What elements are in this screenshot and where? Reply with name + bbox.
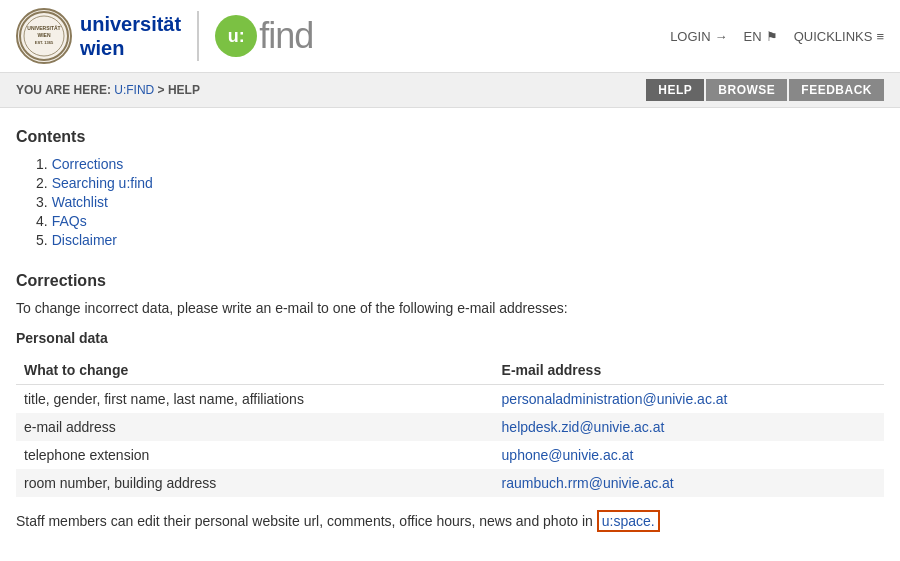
corrections-link[interactable]: Corrections [52, 156, 124, 172]
table-row: telephone extension uphone@univie.ac.at [16, 441, 884, 469]
quicklinks-label: QUICKLINKS [794, 29, 873, 44]
uspace-link[interactable]: u:space. [597, 510, 660, 532]
quicklinks-icon: ≡ [876, 29, 884, 44]
corrections-table: What to change E-mail address title, gen… [16, 356, 884, 497]
footer-text-before: Staff members can edit their personal we… [16, 513, 597, 529]
email-link-cell: helpdesk.zid@univie.ac.at [494, 413, 884, 441]
login-icon: → [715, 29, 728, 44]
main-content: Contents 1.Corrections 2.Searching u:fin… [0, 108, 900, 549]
language-label: EN [744, 29, 762, 44]
faqs-link[interactable]: FAQs [52, 213, 87, 229]
watchlist-link[interactable]: Watchlist [52, 194, 108, 210]
svg-text:UNIVERSITÄT: UNIVERSITÄT [27, 25, 60, 31]
language-link[interactable]: EN ⚑ [744, 29, 778, 44]
login-link[interactable]: LOGIN → [670, 29, 727, 44]
breadcrumb-current: HELP [168, 83, 200, 97]
list-item: 2.Searching u:find [36, 175, 884, 191]
browse-button[interactable]: BROWSE [706, 79, 787, 101]
item-number: 4. [36, 213, 48, 229]
what-to-change: e-mail address [16, 413, 494, 441]
footer-note: Staff members can edit their personal we… [16, 513, 884, 529]
table-row: e-mail address helpdesk.zid@univie.ac.at [16, 413, 884, 441]
language-icon: ⚑ [766, 29, 778, 44]
ufind-text: find [259, 15, 313, 57]
contents-title: Contents [16, 128, 884, 146]
table-row: room number, building address raumbuch.r… [16, 469, 884, 497]
corrections-section-title: Corrections [16, 272, 884, 290]
email-link[interactable]: raumbuch.rrm@univie.ac.at [502, 475, 674, 491]
breadcrumb-separator: > [154, 83, 168, 97]
corrections-intro: To change incorrect data, please write a… [16, 300, 884, 316]
toolbar: YOU ARE HERE: U:FIND > HELP HELP BROWSE … [0, 73, 900, 108]
breadcrumb: YOU ARE HERE: U:FIND > HELP [16, 83, 200, 97]
email-link[interactable]: uphone@univie.ac.at [502, 447, 634, 463]
email-link-cell: uphone@univie.ac.at [494, 441, 884, 469]
svg-text:EST. 1365: EST. 1365 [35, 40, 54, 45]
email-link[interactable]: helpdesk.zid@univie.ac.at [502, 419, 665, 435]
site-header: UNIVERSITÄT WIEN EST. 1365 universität w… [0, 0, 900, 73]
list-item: 1.Corrections [36, 156, 884, 172]
list-item: 4.FAQs [36, 213, 884, 229]
list-item: 5.Disclaimer [36, 232, 884, 248]
table-row: title, gender, first name, last name, af… [16, 385, 884, 414]
searching-link[interactable]: Searching u:find [52, 175, 153, 191]
logo-area: UNIVERSITÄT WIEN EST. 1365 universität w… [16, 8, 313, 64]
what-to-change: title, gender, first name, last name, af… [16, 385, 494, 414]
ufind-logo: u: find [215, 15, 313, 57]
disclaimer-link[interactable]: Disclaimer [52, 232, 117, 248]
university-seal: UNIVERSITÄT WIEN EST. 1365 [16, 8, 72, 64]
help-button[interactable]: HELP [646, 79, 704, 101]
email-link-cell: raumbuch.rrm@univie.ac.at [494, 469, 884, 497]
quicklinks-link[interactable]: QUICKLINKS ≡ [794, 29, 884, 44]
ufind-badge: u: [215, 15, 257, 57]
breadcrumb-prefix: YOU ARE HERE: [16, 83, 114, 97]
email-link-cell: personaladministration@univie.ac.at [494, 385, 884, 414]
uni-name-line2: wien [80, 36, 181, 60]
contents-list: 1.Corrections 2.Searching u:find 3.Watch… [16, 156, 884, 248]
login-label: LOGIN [670, 29, 710, 44]
what-to-change: room number, building address [16, 469, 494, 497]
item-number: 1. [36, 156, 48, 172]
feedback-button[interactable]: FEEDBACK [789, 79, 884, 101]
header-nav: LOGIN → EN ⚑ QUICKLINKS ≡ [670, 29, 884, 44]
university-name: universität wien [80, 12, 181, 60]
logo-divider [197, 11, 199, 61]
what-to-change: telephone extension [16, 441, 494, 469]
col-header-what: What to change [16, 356, 494, 385]
item-number: 5. [36, 232, 48, 248]
item-number: 2. [36, 175, 48, 191]
email-link[interactable]: personaladministration@univie.ac.at [502, 391, 728, 407]
personal-data-title: Personal data [16, 330, 884, 346]
col-header-email: E-mail address [494, 356, 884, 385]
svg-text:WIEN: WIEN [37, 32, 50, 38]
list-item: 3.Watchlist [36, 194, 884, 210]
breadcrumb-ufind-link[interactable]: U:FIND [114, 83, 154, 97]
uni-name-line1: universität [80, 12, 181, 36]
toolbar-buttons: HELP BROWSE FEEDBACK [646, 79, 884, 101]
item-number: 3. [36, 194, 48, 210]
